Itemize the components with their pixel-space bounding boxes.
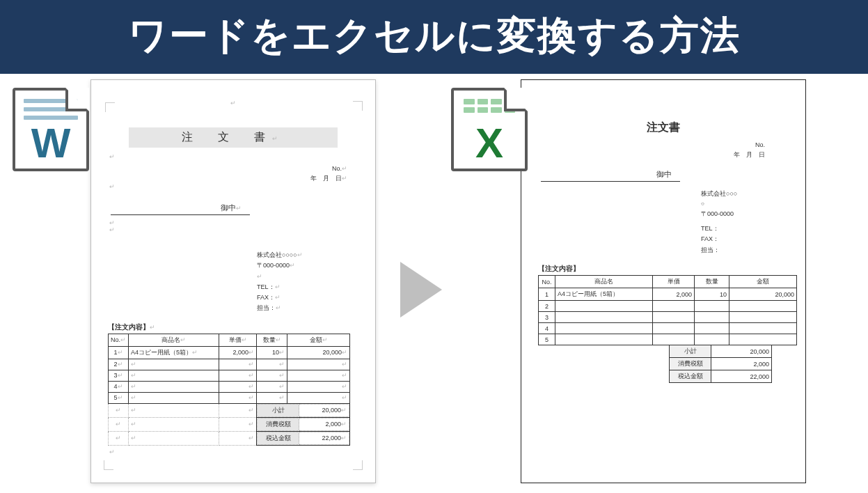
word-file-icon: W — [13, 88, 89, 171]
excel-doc-title: 注文書 — [534, 120, 793, 135]
table-row: 2↵↵↵↵↵ — [109, 359, 350, 370]
tel: TEL：↵ — [257, 282, 363, 292]
title-banner: ワードをエクセルに変換する方法 — [0, 0, 868, 74]
company-name: 株式会社○○○ — [701, 189, 793, 199]
word-document-page: ↵ 注 文 書↵ ↵ No.↵ 年 月 日↵ ↵ 御中↵ ↵ ↵ 株式会社○○○… — [90, 79, 376, 483]
postal: 〒000-0000↵ — [257, 260, 363, 271]
word-doc-title: 注 文 書↵ — [129, 127, 338, 148]
table-row: 3↵↵↵↵↵ — [109, 370, 350, 381]
tantou: 担当： — [701, 245, 793, 256]
table-row: 4 — [539, 323, 797, 334]
no-label: No. — [755, 141, 765, 148]
recipient-line: 御中 — [541, 169, 680, 182]
excel-file-icon: X — [451, 88, 528, 171]
table-row: 3 — [539, 312, 797, 323]
date-line: 年 月 日 — [734, 151, 765, 158]
table-row: 2 — [539, 301, 797, 312]
postal: 〒000-0000 — [701, 209, 793, 219]
table-row: 4↵↵↵↵↵ — [109, 381, 350, 392]
table-row: 1↵A4コピー用紙（5箱）↵2,000↵10↵20,000↵ — [109, 346, 350, 359]
table-row: 5↵↵↵↵↵ — [109, 392, 350, 403]
totals-table-excel: 小計20,000 消費税額2,000 税込金額22,000 — [669, 345, 772, 383]
tantou: 担当：↵ — [257, 303, 363, 313]
excel-letter: X — [454, 123, 525, 164]
excel-document-page: 注文書 No. 年 月 日 御中 株式会社○○○ ○ 〒000-0000 TEL… — [521, 79, 806, 483]
date-line: 年 月 日 — [310, 175, 342, 182]
word-letter: W — [15, 123, 86, 164]
order-section-label: 【注文内容】↵ — [108, 322, 363, 332]
stage: W X ↵ 注 文 書↵ ↵ No.↵ 年 月 日↵ ↵ 御中↵ ↵ ↵ — [0, 74, 868, 493]
fax: FAX：↵ — [257, 292, 363, 303]
order-table-excel: No. 商品名 単価 数量 金額 1A4コピー用紙（5箱）2,0001020,0… — [538, 275, 797, 345]
company-name: 株式会社○○○○↵ — [257, 250, 363, 260]
no-label: No. — [332, 165, 342, 172]
order-table-word: No.↵ 商品名↵ 単価↵ 数量↵ 金額↵ 1↵A4コピー用紙（5箱）↵2,00… — [108, 334, 350, 446]
fax: FAX： — [701, 234, 793, 244]
arrow-right-icon — [400, 262, 442, 318]
table-row: 1A4コピー用紙（5箱）2,0001020,000 — [539, 288, 797, 301]
tel: TEL： — [701, 224, 793, 234]
order-section-label: 【注文内容】 — [538, 264, 793, 274]
recipient-line: 御中↵ — [111, 203, 250, 215]
table-row: 5 — [539, 334, 797, 345]
